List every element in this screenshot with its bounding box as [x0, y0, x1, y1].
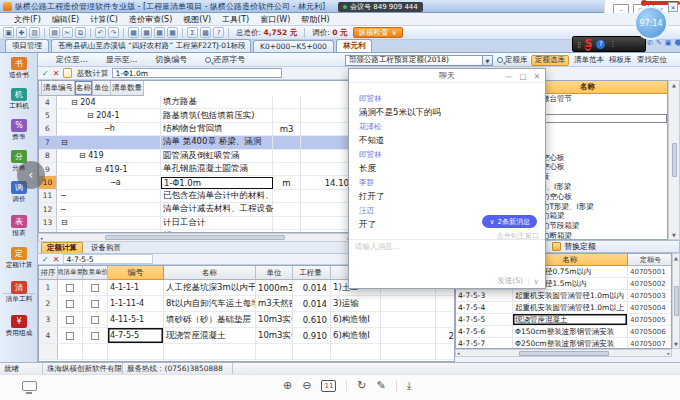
table-row[interactable]: 34-11-5-1填砂砾（砂）基础垫层10m3实体0.6106)构造物Ⅰ	[39, 312, 454, 328]
chat-maximize-icon[interactable]: □	[520, 72, 527, 81]
sidebar-collapse-handle[interactable]: ‹	[17, 161, 45, 189]
panel-close-icon[interactable]: ✕	[668, 2, 678, 12]
table-row[interactable]: 11─已包含在清单合计中的材料、	[39, 190, 351, 203]
checkbox[interactable]	[66, 316, 74, 324]
scrollbar-thumb[interactable]	[105, 235, 285, 240]
table-icon[interactable]: ▦	[167, 27, 178, 38]
table-row[interactable]: 8⊟ 419圆管涵及倒虹吸管涵	[39, 150, 351, 163]
menu-calc[interactable]: 计算(C)	[90, 14, 118, 25]
table-icon[interactable]: ▦	[154, 27, 165, 38]
scroll-down-icon[interactable]: ▼	[674, 341, 678, 347]
menu-review[interactable]: 造价审查(S)	[129, 14, 172, 25]
monitor-icon[interactable]	[22, 381, 37, 391]
vertical-scrollbar[interactable]: ▲▼	[672, 253, 680, 349]
open-icon[interactable]: ▥	[29, 27, 40, 38]
menu-file[interactable]: 文件(F)	[14, 14, 41, 25]
tab-user-linyuanli[interactable]: 林元利	[336, 39, 373, 52]
checkbox[interactable]	[66, 332, 74, 340]
sidebar-item-rate[interactable]: %费率	[0, 119, 38, 142]
table-row[interactable]: 9⊟ 419-1单孔钢筋混凝土圆管涵	[39, 163, 351, 176]
vertical-scrollbar[interactable]: ▲▼	[668, 80, 680, 240]
col-header-quantity[interactable]: 工程量	[293, 266, 331, 280]
chat-minimize-icon[interactable]: —	[505, 72, 513, 81]
table-row[interactable]: 4-7-5-6Φ150cm整装波形钢管涵安装40705006	[456, 326, 671, 338]
meeting-badge[interactable]: 会议号 849 909 444	[338, 2, 423, 12]
scrollbar-thumb[interactable]	[672, 143, 677, 177]
table-row[interactable]: 6─h结构物台背回填m3	[39, 123, 351, 136]
tab-project-name[interactable]: 苍南县矾山至赤溪镇 “四好农村路” 工程第F22TJ-01标段	[51, 39, 251, 52]
tab-equipment-purchase[interactable]: 设备购置	[86, 243, 126, 253]
tab-quota-select[interactable]: 定额选库	[531, 55, 569, 66]
table-row[interactable]: 12─清单合计减去材料、工程设备	[39, 203, 351, 216]
copy-icon[interactable]: ⧉	[75, 27, 86, 38]
table-icon[interactable]: ▦	[141, 27, 152, 38]
col-header-unit[interactable]: 单位	[256, 266, 293, 280]
sum-icon[interactable]: Σ	[187, 27, 198, 38]
send-button[interactable]: 发送(S) | ∨	[497, 276, 539, 286]
sidebar-item-quota-calc[interactable]: 定定额计算	[0, 247, 38, 270]
checkbox[interactable]	[66, 284, 74, 292]
table-row[interactable]: 13⊟计日工合计	[39, 217, 351, 230]
zongheng-check-button[interactable]: 纵横检查∨	[353, 27, 404, 38]
table-row[interactable]: 4⊟ 204填方路基	[39, 96, 351, 109]
menu-help[interactable]: 帮助(H)	[301, 14, 329, 25]
menu-edit[interactable]: 编辑(E)	[52, 14, 79, 25]
scrollbar-thumb[interactable]	[674, 286, 679, 316]
tab-quota-library[interactable]: 定额库	[497, 55, 528, 66]
table-row[interactable]: 4-7-5-3起重机安装圆管涵管径1.0m以内40705003	[456, 290, 671, 302]
scroll-left-icon[interactable]: ◂	[457, 350, 460, 356]
rotate-icon[interactable]: ↻	[357, 379, 366, 392]
checkbox[interactable]	[91, 332, 99, 340]
table-row-active[interactable]: 44-7-5-5现浇管座混凝土10m3实体0.9106)构造物Ⅰ2	[39, 328, 454, 344]
chat-close-icon[interactable]: ✕	[534, 72, 540, 81]
detail-formula-input[interactable]	[63, 254, 153, 264]
col-header-name[interactable]: 名称	[164, 266, 256, 280]
locate-to-button[interactable]: 定位至...	[56, 54, 88, 65]
chat-input[interactable]	[355, 242, 505, 251]
base-calc-label[interactable]: 基数计算	[76, 68, 108, 79]
new-messages-pill[interactable]: ∨ 2条新消息	[482, 215, 537, 228]
page-number-box[interactable]: 11	[321, 380, 336, 392]
recorder-help-icon[interactable]: ?	[596, 40, 605, 49]
quota-library-select[interactable]: 部颁公路工程预算定额(2018) ▼	[345, 55, 493, 66]
table-row-selected[interactable]: 7⊟清单 第400章 桥梁、涵洞	[39, 136, 351, 149]
save-icon[interactable]: ▣	[3, 27, 14, 38]
pencil-icon[interactable]: ✎	[377, 379, 386, 392]
col-header-code[interactable]: 编号	[108, 266, 164, 280]
col-header-name[interactable]: 名称	[75, 81, 93, 96]
formula-input[interactable]	[112, 68, 282, 78]
sidebar-item-bill-materials[interactable]: 清清单工料	[0, 281, 38, 304]
dropdown-arrow-icon[interactable]: ▼	[482, 56, 492, 65]
tab-bill-template[interactable]: 清单范本	[574, 55, 604, 66]
restore-font-button[interactable]: 还原字号	[205, 54, 245, 65]
cut-icon[interactable]: ✂	[62, 27, 73, 38]
scroll-up-icon[interactable]: ▲	[672, 82, 676, 88]
cancel-icon[interactable]: ✕	[53, 255, 60, 264]
show-to-button[interactable]: 显示至...	[106, 54, 138, 65]
scroll-up-icon[interactable]: ▲	[674, 255, 678, 261]
col-header-code[interactable]: 清单编号	[42, 81, 75, 96]
table-row[interactable]: 4-7-5-4起重机安装圆管涵管径1.0m以上40705004	[456, 302, 671, 314]
tab-stationing[interactable]: K0+000~K5+000	[253, 40, 334, 52]
col-header-quota-no[interactable]: 定额号	[628, 254, 672, 266]
horizontal-scrollbar[interactable]: ◂▸	[38, 233, 352, 242]
sidebar-item-labor-machine[interactable]: 机工料机	[0, 88, 38, 111]
meeting-timer[interactable]: 97:14	[634, 6, 668, 40]
paste-icon[interactable]: ▤	[49, 27, 60, 38]
col-header-seq[interactable]: 排序	[39, 266, 58, 280]
checkbox[interactable]	[91, 316, 99, 324]
zoom-out-icon[interactable]: ⊖	[302, 379, 311, 392]
switch-number-button[interactable]: 切换编号	[155, 54, 187, 65]
col-header-qty[interactable]: 清单数量	[111, 81, 144, 96]
recorder-more-icon[interactable]: ⋮	[609, 40, 616, 48]
sidebar-item-report[interactable]: 表报表	[0, 215, 38, 238]
tab-find-locate[interactable]: 查找定位	[637, 55, 667, 66]
audio-icon[interactable]: ✆	[647, 39, 653, 47]
download-icon[interactable]: ⤓	[407, 379, 412, 392]
table-icon[interactable]: ▦	[128, 27, 139, 38]
confirm-icon[interactable]: ✓	[42, 69, 49, 78]
annotate-icon[interactable]: ✎	[656, 39, 662, 47]
scrollbar-thumb[interactable]	[519, 351, 609, 356]
participants-icon[interactable]: ☻	[674, 39, 680, 47]
sidebar-item-pricing-book[interactable]: 书造价书	[0, 57, 38, 80]
